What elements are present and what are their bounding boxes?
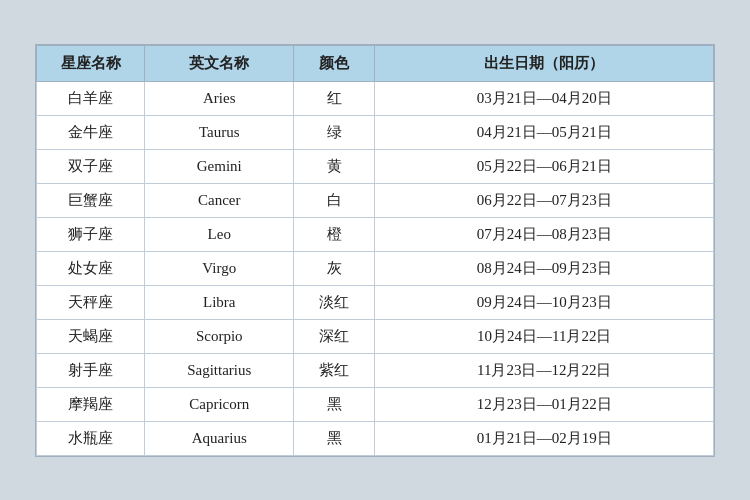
cell-en-name: Libra [145, 285, 294, 319]
cell-date: 04月21日—05月21日 [375, 115, 714, 149]
cell-color: 白 [294, 183, 375, 217]
cell-date: 03月21日—04月20日 [375, 81, 714, 115]
cell-en-name: Virgo [145, 251, 294, 285]
cell-zh-name: 水瓶座 [37, 421, 145, 455]
table-row: 金牛座Taurus绿04月21日—05月21日 [37, 115, 714, 149]
table-row: 水瓶座Aquarius黑01月21日—02月19日 [37, 421, 714, 455]
cell-en-name: Capricorn [145, 387, 294, 421]
cell-date: 07月24日—08月23日 [375, 217, 714, 251]
cell-en-name: Taurus [145, 115, 294, 149]
cell-en-name: Scorpio [145, 319, 294, 353]
header-zh-name: 星座名称 [37, 45, 145, 81]
zodiac-table-container: 星座名称 英文名称 颜色 出生日期（阳历） 白羊座Aries红03月21日—04… [35, 44, 715, 457]
cell-color: 灰 [294, 251, 375, 285]
table-row: 白羊座Aries红03月21日—04月20日 [37, 81, 714, 115]
cell-en-name: Sagittarius [145, 353, 294, 387]
header-date: 出生日期（阳历） [375, 45, 714, 81]
cell-date: 09月24日—10月23日 [375, 285, 714, 319]
table-row: 巨蟹座Cancer白06月22日—07月23日 [37, 183, 714, 217]
cell-zh-name: 处女座 [37, 251, 145, 285]
cell-color: 紫红 [294, 353, 375, 387]
cell-en-name: Gemini [145, 149, 294, 183]
cell-en-name: Aquarius [145, 421, 294, 455]
cell-date: 11月23日—12月22日 [375, 353, 714, 387]
cell-zh-name: 狮子座 [37, 217, 145, 251]
header-en-name: 英文名称 [145, 45, 294, 81]
cell-date: 06月22日—07月23日 [375, 183, 714, 217]
cell-date: 01月21日—02月19日 [375, 421, 714, 455]
table-row: 天秤座Libra淡红09月24日—10月23日 [37, 285, 714, 319]
table-row: 摩羯座Capricorn黑12月23日—01月22日 [37, 387, 714, 421]
cell-date: 10月24日—11月22日 [375, 319, 714, 353]
cell-color: 橙 [294, 217, 375, 251]
cell-zh-name: 天秤座 [37, 285, 145, 319]
cell-zh-name: 金牛座 [37, 115, 145, 149]
table-row: 处女座Virgo灰08月24日—09月23日 [37, 251, 714, 285]
cell-zh-name: 天蝎座 [37, 319, 145, 353]
table-row: 天蝎座Scorpio深红10月24日—11月22日 [37, 319, 714, 353]
cell-color: 黑 [294, 421, 375, 455]
cell-en-name: Aries [145, 81, 294, 115]
table-row: 射手座Sagittarius紫红11月23日—12月22日 [37, 353, 714, 387]
cell-date: 05月22日—06月21日 [375, 149, 714, 183]
cell-color: 红 [294, 81, 375, 115]
table-row: 双子座Gemini黄05月22日—06月21日 [37, 149, 714, 183]
cell-zh-name: 白羊座 [37, 81, 145, 115]
cell-color: 淡红 [294, 285, 375, 319]
table-row: 狮子座Leo橙07月24日—08月23日 [37, 217, 714, 251]
header-color: 颜色 [294, 45, 375, 81]
cell-date: 08月24日—09月23日 [375, 251, 714, 285]
cell-zh-name: 巨蟹座 [37, 183, 145, 217]
cell-en-name: Cancer [145, 183, 294, 217]
cell-zh-name: 双子座 [37, 149, 145, 183]
table-header-row: 星座名称 英文名称 颜色 出生日期（阳历） [37, 45, 714, 81]
cell-en-name: Leo [145, 217, 294, 251]
cell-zh-name: 射手座 [37, 353, 145, 387]
table-body: 白羊座Aries红03月21日—04月20日金牛座Taurus绿04月21日—0… [37, 81, 714, 455]
cell-color: 黑 [294, 387, 375, 421]
cell-color: 绿 [294, 115, 375, 149]
cell-color: 黄 [294, 149, 375, 183]
cell-zh-name: 摩羯座 [37, 387, 145, 421]
cell-color: 深红 [294, 319, 375, 353]
cell-date: 12月23日—01月22日 [375, 387, 714, 421]
zodiac-table: 星座名称 英文名称 颜色 出生日期（阳历） 白羊座Aries红03月21日—04… [36, 45, 714, 456]
